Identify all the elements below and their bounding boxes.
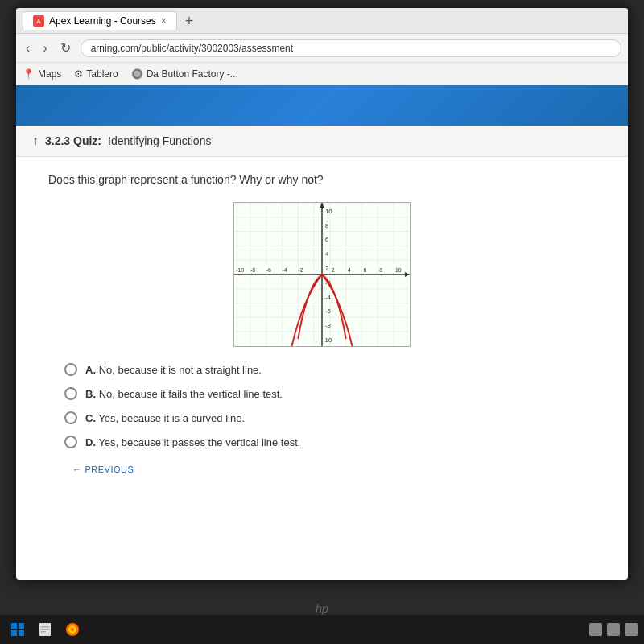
tab-title: Apex Learning - Courses <box>49 15 156 27</box>
tab-close-button[interactable]: × <box>161 15 167 27</box>
svg-text:-4: -4 <box>283 267 287 273</box>
answer-label-b: B. No, because it fails the vertical lin… <box>85 388 283 400</box>
battery-icon <box>625 623 638 636</box>
bookmark-tablero[interactable]: ⚙ Tablero <box>74 68 118 80</box>
svg-text:-10: -10 <box>236 267 244 273</box>
svg-text:2: 2 <box>332 267 335 273</box>
svg-rect-47 <box>19 630 24 636</box>
maps-icon: 📍 <box>23 68 35 80</box>
answer-option-a[interactable]: A. No, because it is not a straight line… <box>64 363 596 376</box>
question-text: Does this graph represent a function? Wh… <box>48 173 596 186</box>
answer-option-b[interactable]: B. No, because it fails the vertical lin… <box>64 387 596 400</box>
forward-button[interactable]: › <box>39 41 50 56</box>
svg-text:4: 4 <box>325 250 329 258</box>
radio-a[interactable] <box>64 363 77 376</box>
screen: A Apex Learning - Courses × + ‹ › ↻ arni… <box>16 8 628 580</box>
taskbar-file-icon[interactable] <box>34 618 56 641</box>
volume-icon <box>607 623 620 636</box>
tab-favicon: A <box>33 15 44 27</box>
tablero-icon: ⚙ <box>74 68 83 80</box>
answer-label-d: D. Yes, because it passes the vertical l… <box>85 436 300 448</box>
hp-logo: hp <box>316 602 328 615</box>
taskbar-left <box>6 618 84 641</box>
svg-text:-2: -2 <box>298 267 303 273</box>
browser-title-bar: A Apex Learning - Courses × + <box>16 8 628 34</box>
svg-text:6: 6 <box>325 236 329 243</box>
laptop-bezel: A Apex Learning - Courses × + ‹ › ↻ arni… <box>0 0 644 644</box>
system-tray <box>589 623 638 636</box>
taskbar-right <box>589 623 638 636</box>
svg-text:-10: -10 <box>323 336 332 344</box>
address-text: arning.com/public/activity/3002003/asses… <box>91 43 293 54</box>
answer-label-c: C. Yes, because it is a curved line. <box>85 412 245 424</box>
prev-arrow-icon: ← <box>72 464 82 474</box>
svg-rect-51 <box>41 631 46 633</box>
svg-text:6: 6 <box>363 267 366 273</box>
graph-container: 10 8 6 4 2 -2 -4 -6 -8 -10 -10 <box>48 202 596 347</box>
taskbar-start-icon[interactable] <box>6 618 29 641</box>
taskbar-browser-icon[interactable] <box>61 618 84 641</box>
bottom-nav: ← PREVIOUS <box>48 448 596 490</box>
svg-text:-6: -6 <box>325 308 332 315</box>
svg-text:-4: -4 <box>325 294 332 301</box>
quiz-title-bar: ↑ 3.2.3 Quiz: Identifying Functions <box>16 126 628 157</box>
radio-d[interactable] <box>64 436 77 448</box>
new-tab-button[interactable]: + <box>177 10 202 31</box>
svg-text:-6: -6 <box>266 267 271 273</box>
quiz-content: ↑ 3.2.3 Quiz: Identifying Functions Does… <box>16 126 628 506</box>
answer-option-d[interactable]: D. Yes, because it passes the vertical l… <box>64 436 596 448</box>
svg-text:8: 8 <box>379 267 382 273</box>
da-button-label: Da Button Factory -... <box>147 68 238 80</box>
svg-text:10: 10 <box>395 267 402 273</box>
svg-point-54 <box>71 628 74 631</box>
quiz-title-prefix: 3.2.3 Quiz: <box>45 134 101 147</box>
svg-text:8: 8 <box>325 222 329 229</box>
radio-c[interactable] <box>64 411 77 424</box>
svg-text:-8: -8 <box>325 322 332 329</box>
svg-rect-44 <box>11 623 17 629</box>
bookmark-da-button-factory[interactable]: 🔘 Da Button Factory -... <box>131 68 238 80</box>
taskbar <box>0 615 644 644</box>
svg-text:4: 4 <box>348 267 351 273</box>
question-area: Does this graph represent a function? Wh… <box>16 157 628 506</box>
svg-rect-50 <box>41 629 49 630</box>
radio-b[interactable] <box>64 387 77 400</box>
prev-label: PREVIOUS <box>85 464 134 474</box>
answer-choices: A. No, because it is not a straight line… <box>48 363 596 448</box>
answer-option-c[interactable]: C. Yes, because it is a curved line. <box>64 411 596 424</box>
svg-text:-8: -8 <box>250 267 255 273</box>
quiz-title-suffix: Identifying Functions <box>108 134 211 147</box>
browser-tab[interactable]: A Apex Learning - Courses × <box>23 11 177 30</box>
network-icon <box>589 623 602 636</box>
previous-button[interactable]: ← PREVIOUS <box>72 464 134 474</box>
apex-header-banner <box>16 85 628 126</box>
graph-svg: 10 8 6 4 2 -2 -4 -6 -8 -10 -10 <box>234 203 410 346</box>
maps-label: Maps <box>38 68 61 80</box>
graph-box: 10 8 6 4 2 -2 -4 -6 -8 -10 -10 <box>233 202 411 347</box>
refresh-button[interactable]: ↻ <box>57 40 74 56</box>
svg-text:10: 10 <box>325 208 332 215</box>
bookmarks-bar: 📍 Maps ⚙ Tablero 🔘 Da Button Factory -..… <box>16 63 628 85</box>
quiz-title-icon: ↑ <box>32 134 39 148</box>
address-bar: ‹ › ↻ arning.com/public/activity/3002003… <box>16 34 628 63</box>
svg-rect-46 <box>11 630 17 636</box>
da-button-icon: 🔘 <box>131 68 143 80</box>
tablero-label: Tablero <box>86 68 118 80</box>
svg-rect-45 <box>19 623 24 629</box>
back-button[interactable]: ‹ <box>23 41 33 56</box>
svg-text:2: 2 <box>325 265 328 272</box>
svg-rect-49 <box>41 626 49 628</box>
answer-label-a: A. No, because it is not a straight line… <box>85 364 262 376</box>
bookmark-maps[interactable]: 📍 Maps <box>23 68 61 80</box>
address-input[interactable]: arning.com/public/activity/3002003/asses… <box>80 39 621 57</box>
